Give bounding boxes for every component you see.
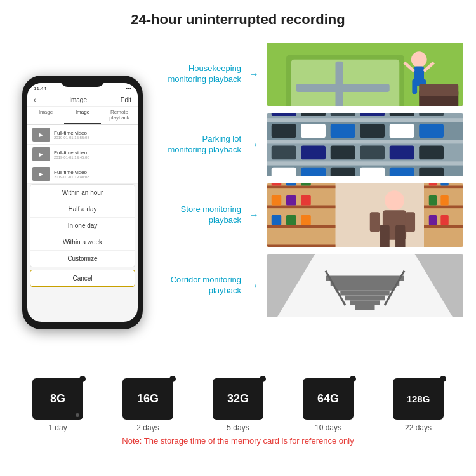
video-thumb-1: ▶ [32, 128, 50, 142]
monitoring-row-store: Store monitoringplayback → [159, 182, 463, 248]
dropdown-item-customize[interactable]: Customize [30, 251, 135, 267]
monitoring-photo-corridor [267, 254, 463, 317]
phone-back-icon[interactable]: ‹ [34, 96, 36, 103]
svg-rect-22 [390, 113, 414, 116]
svg-rect-48 [272, 183, 282, 186]
svg-rect-40 [390, 167, 414, 176]
phone-dropdown: Within an hour Half a day In one day Wit… [30, 184, 135, 267]
svg-rect-60 [395, 225, 406, 247]
svg-rect-28 [390, 124, 414, 138]
phone-time: 11:44 [34, 86, 46, 91]
memory-cards-row: 8G 1 day 16G 2 days 32G 5 days 64G 10 da… [13, 378, 463, 432]
memory-card-8g: 8G 1 day [32, 378, 83, 432]
phone-screen: 11:44 ▪▪▪ ‹ Image Edit Image Image Remot… [27, 83, 138, 322]
svg-rect-41 [419, 167, 444, 176]
svg-rect-44 [267, 185, 336, 188]
svg-rect-35 [419, 145, 444, 159]
phone-icons: ▪▪▪ [126, 86, 131, 91]
sd-card-16g: 16G [122, 378, 173, 420]
svg-rect-23 [419, 113, 444, 116]
svg-rect-59 [380, 225, 390, 247]
svg-marker-83 [350, 300, 380, 305]
svg-rect-52 [286, 195, 296, 206]
svg-rect-50 [301, 183, 311, 186]
svg-rect-38 [331, 167, 355, 176]
memory-card-128g: 128G 22 days [393, 378, 444, 432]
svg-rect-68 [440, 183, 448, 186]
dropdown-item-within-hour[interactable]: Within an hour [30, 185, 135, 201]
svg-rect-53 [301, 195, 311, 206]
phone-edit-btn[interactable]: Edit [121, 96, 131, 103]
video-label-3: Full-time video [54, 169, 89, 175]
svg-rect-55 [286, 215, 296, 225]
svg-rect-21 [360, 113, 385, 116]
photo-kids-scene [267, 43, 463, 106]
svg-rect-46 [267, 225, 336, 228]
svg-rect-33 [360, 145, 385, 159]
svg-rect-20 [331, 113, 355, 116]
svg-rect-61 [370, 212, 380, 232]
svg-rect-47 [267, 244, 336, 247]
phone-screen-title: Image [69, 96, 87, 103]
svg-point-87 [76, 413, 79, 417]
svg-marker-79 [331, 281, 400, 286]
svg-rect-39 [360, 167, 385, 176]
svg-rect-24 [272, 124, 296, 138]
phone-tab-image[interactable]: Image [27, 107, 64, 124]
dropdown-item-week[interactable]: Within a week [30, 234, 135, 251]
phone-nav-bar: ‹ Image Edit [27, 94, 138, 107]
svg-rect-12 [419, 84, 458, 96]
photo-parking-scene [267, 113, 463, 176]
sd-card-32g: 32G [213, 378, 263, 420]
video-label-2: Full-time video [54, 150, 89, 155]
sd-card-8g-days: 1 day [48, 423, 67, 432]
arrow-icon-4: → [248, 280, 260, 291]
svg-rect-7 [412, 79, 417, 93]
photo-store-scene [267, 183, 463, 247]
svg-rect-69 [429, 195, 437, 206]
video-time-1: 2019-01-01 15:55:08 [54, 136, 89, 140]
main-content: 11:44 ▪▪▪ ‹ Image Edit Image Image Remot… [0, 34, 476, 371]
sd-card-8g-label: 8G [50, 392, 65, 406]
phone-list: ▶ Full-time video 2019-01-01 15:55:08 ▶ … [27, 125, 138, 184]
dropdown-item-half-day[interactable]: Half a day [30, 201, 135, 218]
phone-cancel-button[interactable]: Cancel [30, 270, 135, 287]
svg-marker-80 [336, 286, 395, 291]
list-item: ▶ Full-time video 2019-01-01 13:40:08 [27, 164, 138, 184]
sd-card-128g-label: 128G [407, 393, 430, 404]
phone-notch [60, 76, 105, 87]
monitoring-row-corridor: Corridor monitoringplayback → [159, 252, 463, 319]
sd-card-32g-days: 5 days [227, 423, 249, 432]
svg-rect-62 [406, 212, 416, 232]
svg-rect-67 [429, 183, 437, 186]
monitoring-photo-housekeeping [267, 43, 463, 106]
svg-rect-18 [272, 113, 296, 116]
arrow-icon-3: → [248, 209, 260, 221]
svg-rect-64 [424, 185, 463, 188]
svg-rect-51 [272, 195, 282, 206]
svg-rect-25 [301, 124, 326, 138]
svg-rect-19 [301, 113, 326, 116]
video-time-2: 2019-01-01 13:45:08 [54, 155, 89, 159]
phone-body: 11:44 ▪▪▪ ‹ Image Edit Image Image Remot… [22, 76, 143, 329]
svg-marker-78 [326, 275, 404, 281]
page-title: 24-hour uninterrupted recording [0, 0, 476, 34]
svg-rect-26 [331, 124, 355, 138]
svg-rect-71 [429, 215, 437, 225]
svg-rect-56 [301, 215, 311, 225]
phone-tab-remote[interactable]: Remote playback [101, 107, 138, 124]
video-time-3: 2019-01-01 13:40:08 [54, 175, 89, 179]
monitoring-label-housekeeping: Housekeepingmonitoring playback [159, 63, 241, 85]
phone-tab-image2[interactable]: Image [64, 107, 101, 124]
list-item: ▶ Full-time video 2019-01-01 13:45:08 [27, 145, 138, 164]
dropdown-item-one-day[interactable]: In one day [30, 218, 135, 234]
monitoring-photo-store [267, 183, 463, 247]
svg-rect-66 [424, 225, 463, 228]
sd-card-16g-days: 2 days [136, 423, 159, 432]
svg-rect-72 [440, 215, 448, 225]
storage-note: Note: The storage time of the memory car… [13, 436, 463, 446]
svg-rect-70 [440, 195, 448, 206]
sd-card-128g-days: 22 days [405, 423, 432, 432]
svg-rect-54 [272, 215, 282, 225]
photo-corridor-scene [267, 254, 463, 317]
